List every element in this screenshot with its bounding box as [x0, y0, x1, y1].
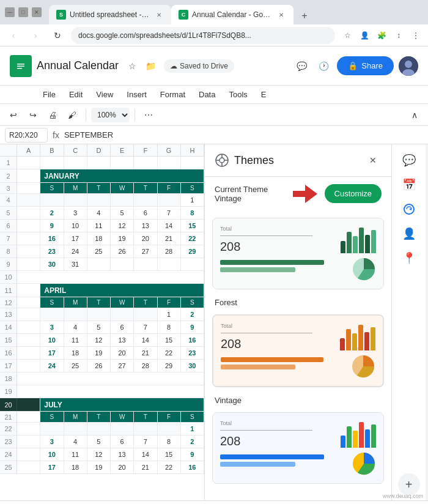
cell-c1[interactable]: [64, 157, 87, 169]
cell-d21[interactable]: T: [87, 412, 111, 422]
undo-button[interactable]: ↩: [5, 106, 22, 124]
cell-g24[interactable]: 15: [158, 448, 181, 461]
cell-a4[interactable]: [17, 194, 40, 206]
cell-h15[interactable]: 16: [181, 334, 204, 346]
collapse-button[interactable]: ∧: [406, 106, 423, 124]
tab-spreadsheet[interactable]: S Untitled spreadsheet - Goo... ✕: [49, 5, 171, 24]
cell-h7[interactable]: 22: [181, 232, 204, 245]
cell-c21[interactable]: M: [64, 412, 87, 422]
cell-f3[interactable]: T: [134, 183, 157, 193]
cell-a17[interactable]: [17, 360, 40, 372]
cell-b1[interactable]: [40, 157, 64, 169]
cell-d1[interactable]: [87, 157, 111, 169]
cell-b16[interactable]: 17: [40, 347, 64, 359]
cell-h24[interactable]: 9: [181, 448, 204, 461]
cell-e6[interactable]: 12: [111, 220, 134, 232]
themes-close-button[interactable]: ✕: [364, 152, 382, 169]
cell-a14[interactable]: [17, 321, 40, 333]
cell-b5[interactable]: 2: [40, 207, 64, 219]
cell-h13[interactable]: 2: [181, 308, 204, 321]
cell-e12[interactable]: W: [111, 297, 134, 308]
cell-e22[interactable]: [111, 423, 134, 435]
cell-d12[interactable]: T: [87, 297, 111, 308]
cell-c13[interactable]: [64, 308, 87, 321]
cell-d14[interactable]: 5: [87, 321, 111, 333]
formula-input[interactable]: [64, 128, 423, 143]
folder-icon[interactable]: 📁: [143, 59, 158, 73]
cell-d8[interactable]: 25: [87, 245, 111, 258]
cell-g25[interactable]: 22: [158, 461, 181, 473]
theme-card-forest[interactable]: Total 208: [212, 314, 384, 387]
cell-reference[interactable]: R20:X20: [5, 128, 48, 143]
cell-g7[interactable]: 21: [158, 232, 181, 245]
sidebar-person-icon[interactable]: 👤: [398, 223, 420, 245]
cell-c17[interactable]: 25: [64, 360, 87, 372]
extensions-icon[interactable]: 🧩: [374, 28, 389, 43]
cell-d22[interactable]: [87, 423, 111, 435]
cell-f21[interactable]: T: [134, 412, 157, 422]
cell-f25[interactable]: 21: [134, 461, 157, 473]
cell-g4[interactable]: [158, 194, 181, 206]
cell-c7[interactable]: 17: [64, 232, 87, 245]
sidebar-maps-icon[interactable]: 📍: [398, 247, 420, 269]
star-icon[interactable]: ☆: [125, 59, 139, 73]
cell-e4[interactable]: [111, 194, 134, 206]
cell-f13[interactable]: [134, 308, 157, 321]
cell-a2[interactable]: [17, 169, 40, 182]
cell-d24[interactable]: 12: [87, 448, 111, 461]
cell-e9[interactable]: [111, 258, 134, 270]
cell-g15[interactable]: 15: [158, 334, 181, 346]
cell-c14[interactable]: 4: [64, 321, 87, 333]
theme-card-default[interactable]: Total 208: [212, 218, 384, 289]
cell-f15[interactable]: 14: [134, 334, 157, 346]
cell-b14[interactable]: 3: [40, 321, 64, 333]
cell-f5[interactable]: 6: [134, 207, 157, 219]
cell-a24[interactable]: [17, 448, 40, 461]
cell-a19[interactable]: [17, 385, 204, 398]
account-circle-icon[interactable]: 👤: [357, 28, 372, 43]
cell-d3[interactable]: T: [87, 183, 111, 193]
cell-h3[interactable]: S: [181, 183, 204, 193]
cell-b17[interactable]: 24: [40, 360, 64, 372]
cell-g3[interactable]: F: [158, 183, 181, 193]
cell-a1[interactable]: [17, 157, 40, 169]
cell-g22[interactable]: [158, 423, 181, 435]
cell-c16[interactable]: 18: [64, 347, 87, 359]
cell-b24[interactable]: 10: [40, 448, 64, 461]
cell-h6[interactable]: 15: [181, 220, 204, 232]
cell-b13[interactable]: [40, 308, 64, 321]
cell-f14[interactable]: 7: [134, 321, 157, 333]
cell-a20[interactable]: [17, 398, 40, 411]
cell-h8[interactable]: 29: [181, 245, 204, 258]
cell-e16[interactable]: 20: [111, 347, 134, 359]
cell-a15[interactable]: [17, 334, 40, 346]
more-icon[interactable]: ⋮: [408, 28, 423, 43]
cell-h12[interactable]: S: [181, 297, 204, 308]
cell-e5[interactable]: 5: [111, 207, 134, 219]
cell-f12[interactable]: T: [134, 297, 157, 308]
cell-e14[interactable]: 6: [111, 321, 134, 333]
cell-f4[interactable]: [134, 194, 157, 206]
menu-format[interactable]: Format: [154, 87, 191, 102]
cell-d9[interactable]: [87, 258, 111, 270]
cell-c15[interactable]: 11: [64, 334, 87, 346]
cell-g16[interactable]: 22: [158, 347, 181, 359]
cell-b15[interactable]: 10: [40, 334, 64, 346]
cell-b7[interactable]: 16: [40, 232, 64, 245]
cell-c22[interactable]: [64, 423, 87, 435]
cell-f24[interactable]: 14: [134, 448, 157, 461]
cell-f16[interactable]: 21: [134, 347, 157, 359]
cell-f6[interactable]: 13: [134, 220, 157, 232]
cell-g8[interactable]: 28: [158, 245, 181, 258]
sidebar-chat-icon[interactable]: 💬: [398, 149, 420, 171]
theme-card-vintage[interactable]: Total 208: [212, 412, 384, 484]
cell-a18[interactable]: [17, 372, 204, 385]
cell-e25[interactable]: 20: [111, 461, 134, 473]
history-icon[interactable]: 🕐: [315, 57, 332, 75]
cell-a21[interactable]: [17, 412, 40, 422]
cell-d7[interactable]: 18: [87, 232, 111, 245]
cell-h9[interactable]: [181, 258, 204, 270]
cell-f1[interactable]: [134, 157, 157, 169]
cell-d25[interactable]: 19: [87, 461, 111, 473]
cell-d17[interactable]: 26: [87, 360, 111, 372]
